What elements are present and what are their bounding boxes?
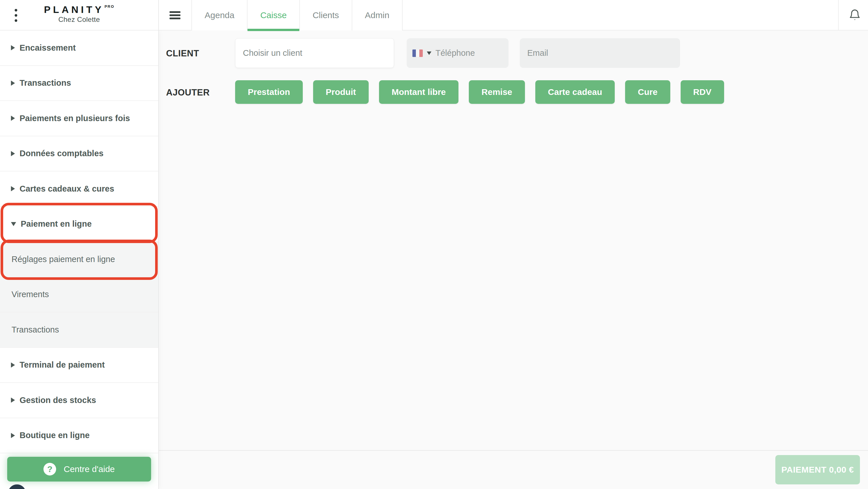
sidebar-item[interactable]: Transactions	[0, 66, 158, 101]
caret-icon	[11, 116, 15, 121]
sidebar-menu: Encaissement Transactions Paiements en p…	[0, 31, 158, 453]
nav-tab-label: Agenda	[205, 10, 234, 20]
caret-icon	[11, 80, 15, 86]
caret-icon	[11, 45, 15, 50]
help-center-button[interactable]: ? Centre d'aide	[7, 457, 151, 482]
payment-button[interactable]: PAIEMENT 0,00 €	[775, 455, 860, 484]
footer-divider	[159, 450, 868, 451]
sidebar-item-label: Réglages paiement en ligne	[11, 255, 115, 264]
phone-input[interactable]	[435, 48, 503, 58]
add-item-button[interactable]: Cure	[625, 80, 670, 104]
nav-tab[interactable]: Agenda	[191, 0, 247, 31]
sidebar-item[interactable]: Paiement en ligne	[0, 207, 158, 242]
sidebar-item[interactable]: Virements	[0, 277, 158, 313]
add-item-buttons: PrestationProduitMontant libreRemiseCart…	[235, 80, 724, 104]
nav-tab-label: Admin	[365, 10, 390, 20]
nav-tab[interactable]: Caisse	[247, 0, 299, 31]
brand-pro-tag: PRO	[104, 4, 114, 9]
sidebar: Encaissement Transactions Paiements en p…	[0, 31, 158, 489]
active-tab-underline	[248, 29, 299, 31]
sidebar-item-label: Encaissement	[20, 43, 76, 53]
caisse-content: CLIENT AJOUTER PrestationProduitMontant …	[159, 31, 868, 489]
sidebar-item[interactable]: Cartes cadeaux & cures	[0, 171, 158, 207]
sidebar-item-label: Gestion des stocks	[20, 395, 96, 405]
sidebar-item-label: Paiements en plusieurs fois	[20, 113, 130, 123]
hamburger-menu-icon[interactable]	[169, 11, 181, 19]
email-input[interactable]	[520, 38, 680, 68]
notifications-bell-icon[interactable]	[848, 9, 861, 22]
sidebar-item[interactable]: Encaissement	[0, 31, 158, 66]
header-divider	[838, 0, 839, 31]
phone-field[interactable]	[407, 38, 508, 68]
add-item-button[interactable]: Produit	[313, 80, 369, 104]
country-dropdown-caret-icon[interactable]	[427, 52, 431, 55]
sidebar-item[interactable]: Transactions	[0, 313, 158, 348]
sidebar-item-label: Transactions	[11, 325, 59, 334]
caret-icon	[11, 151, 15, 156]
sidebar-item-label: Terminal de paiement	[20, 360, 105, 370]
caret-icon	[11, 222, 16, 226]
sidebar-item[interactable]: Données comptables	[0, 136, 158, 172]
add-item-button[interactable]: RDV	[681, 80, 724, 104]
caret-icon	[11, 397, 15, 403]
nav-tab-label: Clients	[313, 10, 339, 20]
sidebar-item[interactable]: Paiements en plusieurs fois	[0, 101, 158, 136]
france-flag-icon[interactable]	[412, 50, 423, 57]
add-item-button[interactable]: Carte cadeau	[535, 80, 615, 104]
sidebar-border	[158, 0, 159, 489]
sidebar-item-label: Transactions	[20, 78, 71, 88]
nav-tab[interactable]: Admin	[352, 0, 403, 31]
add-item-button[interactable]: Remise	[469, 80, 525, 104]
app-window: PLANITYPRO Chez Colette Agenda Caisse Cl…	[0, 0, 868, 489]
nav-tab[interactable]: Clients	[299, 0, 352, 31]
sidebar-item-label: Données comptables	[20, 149, 103, 158]
sidebar-item-label: Cartes cadeaux & cures	[20, 184, 114, 194]
question-circle-icon: ?	[43, 463, 56, 476]
brand-name: PLANITYPRO	[0, 4, 158, 15]
top-bar: PLANITYPRO Chez Colette Agenda Caisse Cl…	[0, 0, 868, 31]
salon-name: Chez Colette	[0, 16, 158, 23]
help-center-label: Centre d'aide	[64, 464, 115, 474]
sidebar-item[interactable]: Réglages paiement en ligne	[0, 242, 158, 277]
add-item-button[interactable]: Prestation	[235, 80, 303, 104]
caret-icon	[11, 433, 15, 438]
add-section-label: AJOUTER	[166, 88, 210, 98]
sidebar-item-label: Boutique en ligne	[20, 431, 90, 440]
add-item-button[interactable]: Montant libre	[379, 80, 459, 104]
sidebar-item-label: Paiement en ligne	[21, 219, 92, 229]
caret-icon	[11, 362, 15, 368]
nav-tab-label: Caisse	[260, 10, 287, 20]
sidebar-item[interactable]: Boutique en ligne	[0, 418, 158, 454]
choose-client-input[interactable]	[235, 38, 394, 68]
sidebar-item[interactable]: Gestion des stocks	[0, 383, 158, 418]
caret-icon	[11, 186, 15, 191]
sidebar-item-label: Virements	[11, 290, 49, 299]
sidebar-item[interactable]: Terminal de paiement	[0, 348, 158, 383]
client-section-label: CLIENT	[166, 48, 199, 59]
logo: PLANITYPRO Chez Colette	[0, 4, 158, 24]
main-nav-tabs: Agenda Caisse Clients Admin	[191, 0, 403, 31]
